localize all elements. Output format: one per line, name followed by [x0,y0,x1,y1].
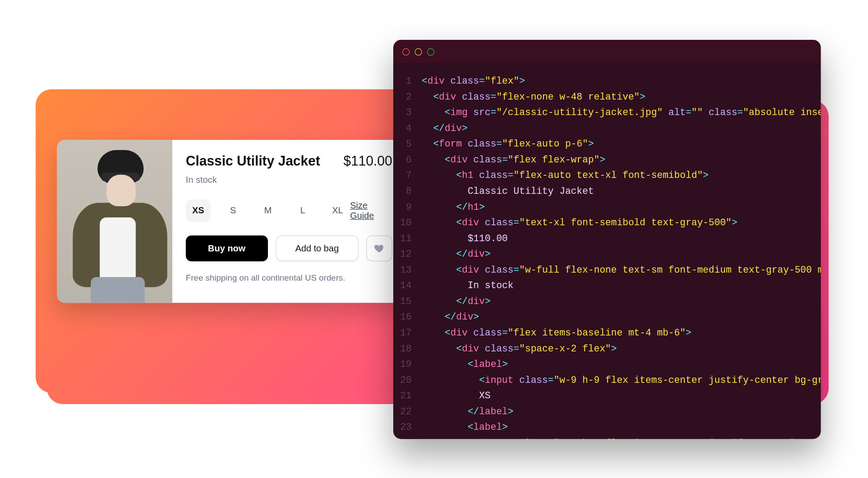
size-guide-link[interactable]: Size Guide [350,200,392,221]
code-line: </h1> [422,200,810,216]
code-line: XS [422,388,810,404]
buy-now-button[interactable]: Buy now [186,235,268,261]
size-option-xs[interactable]: XS [186,200,211,222]
code-editor-window: 1 2 3 4 5 6 7 8 9 10 11 12 13 14 15 16 1… [393,40,821,439]
product-image [57,140,172,303]
heart-icon [374,243,385,254]
code-line: <div class="space-x-2 flex"> [422,341,810,357]
size-option-l[interactable]: L [291,200,315,222]
size-option-m[interactable]: M [256,200,280,222]
favorite-button[interactable] [366,235,392,261]
code-line: <label> [422,420,810,436]
window-minimize-icon[interactable] [415,48,422,55]
code-line: <div class="w-full flex-none text-sm fon… [422,262,810,278]
size-option-xl[interactable]: XL [326,200,350,222]
add-to-bag-button[interactable]: Add to bag [275,235,358,261]
window-zoom-icon[interactable] [427,48,434,55]
code-content: <div class="flex"> <div class="flex-none… [419,63,821,439]
stock-status: In stock [186,175,392,185]
code-line: </label> [422,404,810,420]
code-line: <input class="w-9 h-9 flex items-center … [422,436,810,439]
code-line: $110.00 [422,231,810,247]
window-titlebar [393,40,821,63]
code-line: <div class="flex"> [422,73,810,89]
code-line: <form class="flex-auto p-6"> [422,136,810,152]
code-line: Classic Utility Jacket [422,184,810,200]
code-line: <div class="flex items-baseline mt-4 mb-… [422,325,810,341]
size-selector: XSSMLXL [186,200,350,222]
code-line: <div class="text-xl font-semibold text-g… [422,215,810,231]
window-close-icon[interactable] [403,48,410,55]
code-line: </div> [422,121,810,137]
product-card: Classic Utility Jacket $110.00 In stock … [57,140,406,303]
code-line: </div> [422,310,810,326]
code-line: </div> [422,247,810,262]
code-line: </div> [422,294,810,310]
code-line: In stock [422,278,810,294]
product-price: $110.00 [343,154,392,170]
line-number-gutter: 1 2 3 4 5 6 7 8 9 10 11 12 13 14 15 16 1… [393,63,419,439]
shipping-note: Free shipping on all continental US orde… [186,273,392,282]
code-line: <div class="flex-none w-48 relative"> [422,89,810,105]
code-line: <img src="/classic-utility-jacket.jpg" a… [422,105,810,121]
code-line: <input class="w-9 h-9 flex items-center … [422,373,810,389]
code-line: <div class="flex flex-wrap"> [422,152,810,168]
code-line: <label> [422,357,810,373]
size-option-s[interactable]: S [221,200,245,222]
product-title: Classic Utility Jacket [186,154,320,170]
code-line: <h1 class="flex-auto text-xl font-semibo… [422,168,810,184]
